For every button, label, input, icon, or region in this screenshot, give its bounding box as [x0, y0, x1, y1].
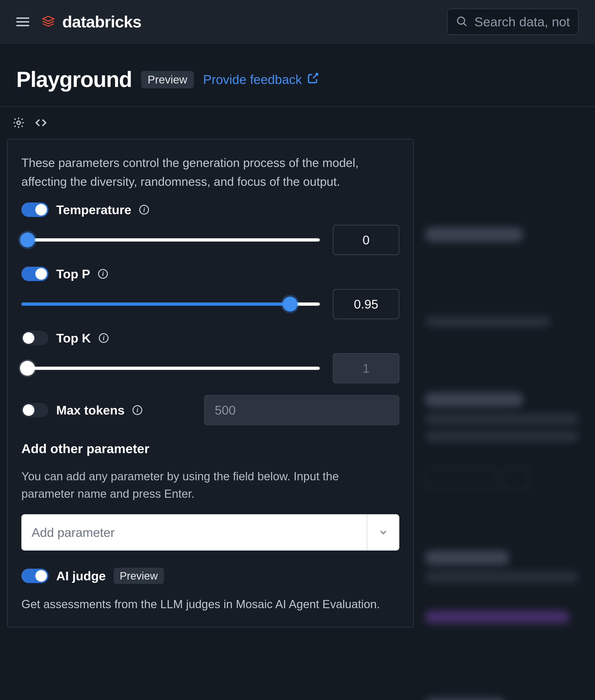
gear-icon[interactable]	[11, 116, 26, 130]
menu-icon[interactable]	[16, 15, 29, 28]
top-k-toggle[interactable]	[21, 331, 48, 345]
add-param-combobox[interactable]: Add parameter	[21, 514, 399, 551]
param-top-k: Top K i 1	[21, 331, 399, 383]
temperature-slider[interactable]	[21, 238, 320, 242]
svg-marker-0	[43, 16, 54, 21]
temperature-label: Temperature	[56, 202, 131, 217]
max-tokens-label: Max tokens	[56, 403, 124, 417]
panel-description: These parameters control the generation …	[21, 153, 398, 191]
info-icon[interactable]: i	[99, 333, 109, 343]
top-p-input[interactable]: 0.95	[333, 289, 399, 319]
code-brackets-icon[interactable]	[34, 116, 48, 130]
svg-point-1	[458, 17, 464, 24]
top-p-slider[interactable]	[21, 303, 320, 306]
preview-badge: Preview	[141, 71, 194, 88]
param-temperature: Temperature i 0	[21, 202, 399, 255]
param-top-p: Top P i 0.95	[21, 267, 399, 319]
ai-judge-preview-badge: Preview	[114, 568, 164, 584]
add-param-placeholder: Add parameter	[21, 514, 367, 551]
info-icon[interactable]: i	[98, 269, 108, 279]
max-tokens-input[interactable]: 500	[204, 395, 399, 425]
topbar: databricks Search data, not	[0, 0, 595, 44]
svg-point-3	[17, 121, 21, 124]
param-ai-judge: AI judge Preview	[21, 568, 399, 584]
search-input[interactable]: Search data, not	[447, 8, 579, 35]
brand-logo-icon	[41, 15, 56, 29]
generation-settings-panel: These parameters control the generation …	[7, 139, 414, 627]
top-k-input[interactable]: 1	[333, 353, 399, 383]
top-p-label: Top P	[56, 267, 90, 281]
param-max-tokens: Max tokens i 500	[21, 395, 399, 425]
top-p-toggle[interactable]	[21, 267, 48, 281]
background-blur-content	[425, 227, 593, 700]
external-link-icon	[307, 72, 319, 87]
chevron-down-icon[interactable]	[367, 514, 399, 551]
settings-toolbar	[0, 107, 595, 139]
brand-name: databricks	[62, 12, 141, 31]
temperature-input[interactable]: 0	[333, 225, 399, 255]
add-param-title: Add other parameter	[21, 441, 399, 456]
ai-judge-toggle[interactable]	[21, 569, 48, 583]
page-header: Playground Preview Provide feedback	[0, 44, 595, 107]
ai-judge-description: Get assessments from the LLM judges in M…	[21, 596, 399, 613]
top-k-slider[interactable]	[21, 367, 320, 370]
info-icon[interactable]: i	[139, 205, 149, 215]
feedback-link-label: Provide feedback	[203, 72, 302, 87]
ai-judge-label: AI judge	[56, 569, 106, 583]
info-icon[interactable]: i	[133, 405, 142, 415]
max-tokens-toggle[interactable]	[21, 403, 48, 417]
temperature-toggle[interactable]	[21, 202, 48, 217]
add-param-description: You can add any parameter by using the f…	[21, 468, 370, 503]
search-icon	[456, 15, 468, 28]
page-title: Playground	[16, 67, 132, 92]
feedback-link[interactable]: Provide feedback	[203, 72, 319, 87]
top-k-label: Top K	[56, 331, 91, 345]
brand[interactable]: databricks	[41, 12, 141, 31]
search-placeholder: Search data, not	[474, 14, 570, 29]
svg-line-2	[464, 23, 466, 26]
